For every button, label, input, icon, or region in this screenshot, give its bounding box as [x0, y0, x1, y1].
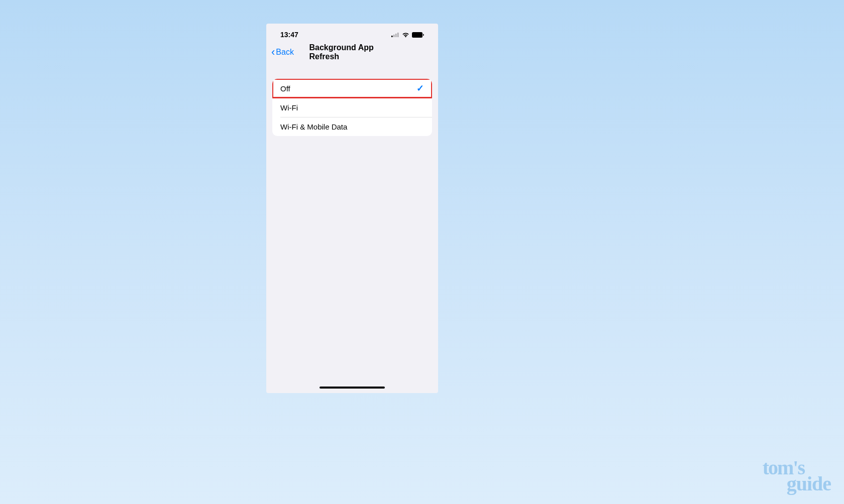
svg-rect-6: [423, 34, 424, 36]
back-button[interactable]: ‹ Back: [271, 47, 294, 58]
svg-rect-2: [395, 34, 397, 37]
svg-rect-1: [393, 35, 395, 37]
status-time: 13:47: [280, 31, 298, 39]
option-wifi[interactable]: Wi-Fi: [272, 98, 432, 117]
cellular-signal-icon: [391, 32, 399, 37]
checkmark-icon: ✓: [416, 83, 424, 94]
chevron-left-icon: ‹: [271, 47, 275, 58]
wifi-icon: [402, 32, 409, 38]
option-label: Wi-Fi & Mobile Data: [280, 122, 347, 131]
svg-rect-5: [412, 32, 423, 38]
back-label: Back: [276, 48, 294, 57]
svg-rect-4: [391, 36, 393, 37]
svg-rect-3: [397, 33, 399, 37]
phone-screenshot: 13:47: [266, 24, 438, 393]
watermark-line2: guide: [787, 475, 831, 493]
option-wifi-mobile[interactable]: Wi-Fi & Mobile Data: [272, 117, 432, 136]
status-icons: [391, 32, 424, 38]
navigation-bar: ‹ Back Background App Refresh: [266, 42, 438, 63]
page-title: Background App Refresh: [309, 43, 395, 61]
option-label: Wi-Fi: [280, 103, 298, 112]
option-off[interactable]: Off ✓: [272, 79, 432, 98]
status-bar: 13:47: [266, 24, 438, 42]
option-label: Off: [280, 84, 290, 93]
battery-icon: [412, 32, 424, 38]
watermark-logo: tom's guide: [763, 459, 831, 493]
options-list: Off ✓ Wi-Fi Wi-Fi & Mobile Data: [272, 79, 432, 136]
home-indicator[interactable]: [320, 387, 385, 389]
